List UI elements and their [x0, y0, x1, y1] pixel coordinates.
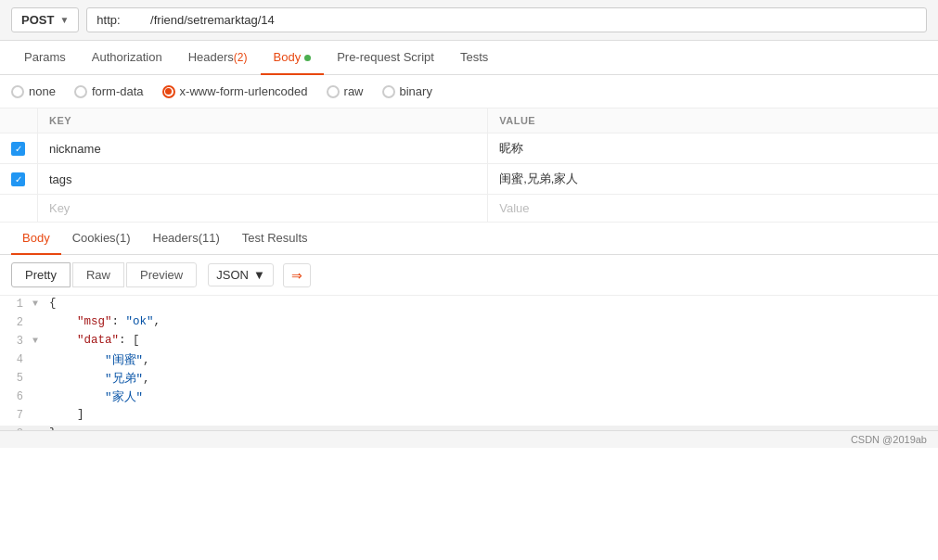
row2-value[interactable]: 闺蜜,兄弟,家人	[488, 164, 938, 195]
format-label: JSON	[216, 268, 249, 282]
radio-raw[interactable]: raw	[327, 84, 364, 98]
code-line-1: 1 ▼ {	[0, 296, 938, 314]
col-key: KEY	[37, 108, 487, 134]
code-area[interactable]: 1 ▼ { 2 "msg": "ok", 3 ▼ "data": [ 4 "闺蜜…	[0, 296, 938, 430]
code-line-3: 3 ▼ "data": [	[0, 333, 938, 351]
code-line-7: 7 ]	[0, 407, 938, 426]
row1-checkbox-cell[interactable]: ✓	[0, 134, 37, 164]
radio-none[interactable]: none	[11, 84, 56, 98]
row2-key[interactable]: tags	[37, 164, 487, 195]
format-select[interactable]: JSON ▼	[208, 263, 274, 286]
tab-tests[interactable]: Tests	[447, 41, 501, 75]
radio-binary[interactable]: binary	[382, 84, 432, 98]
wrap-button[interactable]: ⇒	[283, 263, 311, 287]
radio-circle-binary	[382, 85, 395, 98]
format-chevron: ▼	[253, 268, 265, 282]
row1-key[interactable]: nickname	[37, 134, 487, 164]
code-content: 1 ▼ { 2 "msg": "ok", 3 ▼ "data": [ 4 "闺蜜…	[0, 296, 938, 430]
row1-value[interactable]: 昵称	[488, 134, 938, 164]
radio-circle-none	[11, 85, 24, 98]
footer: CSDN @2019ab	[0, 430, 938, 448]
method-select[interactable]: POST ▼	[11, 7, 79, 32]
view-row: Pretty Raw Preview JSON ▼ ⇒	[0, 255, 938, 296]
code-line-4: 4 "闺蜜",	[0, 351, 938, 370]
table-row-empty: Key Value	[0, 195, 938, 223]
col-value: VALUE	[488, 108, 938, 134]
radio-label-none: none	[29, 84, 56, 98]
radio-label-urlencoded: x-www-form-urlencoded	[180, 84, 308, 98]
method-chevron: ▼	[59, 15, 69, 25]
code-line-2: 2 "msg": "ok",	[0, 314, 938, 333]
response-tabs: Body Cookies(1) Headers(11) Test Results	[0, 223, 938, 255]
row2-checkbox-cell[interactable]: ✓	[0, 164, 37, 195]
body-type-row: none form-data x-www-form-urlencoded raw…	[0, 75, 938, 108]
radio-form-data[interactable]: form-data	[74, 84, 144, 98]
empty-key[interactable]: Key	[37, 195, 487, 223]
method-label: POST	[21, 13, 54, 27]
radio-circle-urlencoded	[162, 85, 175, 98]
radio-label-binary: binary	[400, 84, 432, 98]
tab-params[interactable]: Params	[11, 41, 79, 75]
radio-circle-form-data	[74, 85, 87, 98]
preview-button[interactable]: Preview	[126, 262, 197, 287]
radio-urlencoded[interactable]: x-www-form-urlencoded	[162, 84, 308, 98]
code-line-6: 6 "家人"	[0, 388, 938, 407]
url-input[interactable]	[86, 7, 927, 32]
code-line-5: 5 "兄弟",	[0, 370, 938, 388]
radio-circle-raw	[327, 85, 340, 98]
resp-tab-cookies[interactable]: Cookies(1)	[61, 223, 142, 255]
col-checkbox	[0, 108, 37, 134]
resp-tab-testresults[interactable]: Test Results	[231, 223, 319, 255]
resp-tab-body[interactable]: Body	[11, 223, 61, 255]
radio-label-raw: raw	[344, 84, 364, 98]
table-row: ✓ tags 闺蜜,兄弟,家人	[0, 164, 938, 195]
code-line-8: 8 }	[0, 426, 938, 430]
body-dot	[304, 55, 311, 61]
resp-tab-headers[interactable]: Headers(11)	[142, 223, 231, 255]
pretty-button[interactable]: Pretty	[11, 262, 71, 287]
footer-text: CSDN @2019ab	[851, 434, 927, 445]
url-bar: POST ▼	[0, 0, 938, 41]
params-table: KEY VALUE ✓ nickname 昵称 ✓ tags 闺蜜,兄弟,家人	[0, 108, 938, 223]
raw-button[interactable]: Raw	[72, 262, 124, 287]
tab-prerequest[interactable]: Pre-request Script	[324, 41, 447, 75]
empty-checkbox-cell	[0, 195, 37, 223]
radio-label-form-data: form-data	[92, 84, 144, 98]
empty-value[interactable]: Value	[488, 195, 938, 223]
tab-authorization[interactable]: Authorization	[79, 41, 175, 75]
tab-headers[interactable]: Headers(2)	[175, 41, 261, 75]
tab-body[interactable]: Body	[261, 41, 325, 75]
table-row: ✓ nickname 昵称	[0, 134, 938, 164]
top-tabs: Params Authorization Headers(2) Body Pre…	[0, 41, 938, 75]
checkbox-row2[interactable]: ✓	[11, 172, 25, 186]
checkbox-row1[interactable]: ✓	[11, 142, 25, 156]
